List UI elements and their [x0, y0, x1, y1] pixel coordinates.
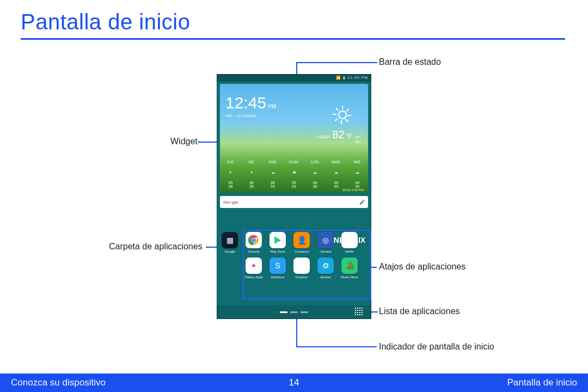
- leader-line: [198, 142, 218, 143]
- google-search-bar[interactable]: Google 🎤: [220, 196, 368, 208]
- callout-widget: Widget: [170, 137, 198, 146]
- app-galaxy-apps[interactable]: ✦Galaxy Apps: [244, 258, 264, 279]
- app-label: Play Store: [268, 250, 287, 253]
- app-sidesync[interactable]: SSideSync: [268, 258, 287, 279]
- clock-time: 12:45: [225, 94, 266, 112]
- leader-line: [297, 62, 377, 63]
- forecast-row: JUE.☀8548 VIE.☀8655 SÁB.☁6655 DOM.🌧5053 …: [220, 158, 368, 191]
- app-label: Google: [220, 250, 240, 253]
- leader-line: [296, 346, 377, 347]
- callout-status-bar: Barra de estado: [379, 57, 441, 67]
- app-label: Chrome: [244, 250, 264, 253]
- settings-icon: ⚙: [317, 258, 334, 274]
- app-contacts[interactable]: 👤Contactos: [292, 232, 311, 253]
- tablet-screenshot: 📶 ▮ 12:45 PM 12:45PM mié., 12 octubre Au…: [217, 74, 371, 319]
- clock-date: mié., 12 octubre: [225, 113, 276, 118]
- app-kids-mode[interactable]: 🐊Modo Niños: [340, 258, 359, 279]
- google-logo: Google: [223, 200, 238, 205]
- app-play-store[interactable]: Play Store: [268, 232, 287, 253]
- app-netflix[interactable]: NETFLIXNetflix: [340, 232, 359, 253]
- contacts-icon: 👤: [293, 232, 310, 248]
- callout-home-indicator: Indicador de pantalla de inicio: [379, 342, 494, 352]
- app-dropbox[interactable]: ⬢Dropbox: [292, 258, 311, 279]
- netflix-icon: NETFLIX: [341, 232, 358, 248]
- status-icons: 📶 ▮ 12:45 PM: [336, 76, 368, 80]
- page-dot[interactable]: [301, 311, 308, 313]
- clock: 12:45PM mié., 12 octubre: [225, 94, 276, 118]
- page-dot[interactable]: [290, 311, 298, 313]
- svg-point-3: [252, 238, 255, 241]
- app-label: Contactos: [292, 250, 311, 253]
- apps-list-button[interactable]: [355, 308, 364, 316]
- mic-icon[interactable]: 🎤: [359, 200, 365, 205]
- leader-line: [296, 317, 297, 347]
- callout-app-folder: Carpeta de aplicaciones: [109, 242, 203, 252]
- camera-icon: ◎: [317, 232, 334, 248]
- app-chrome[interactable]: Chrome: [244, 232, 264, 253]
- folder-icon: ▦: [222, 232, 238, 248]
- chrome-icon: [246, 232, 262, 248]
- app-grid: ▦Google Chrome Play Store 👤Contactos ◎Cá…: [220, 232, 368, 283]
- sidesync-icon: S: [270, 258, 286, 274]
- app-label: Modo Niños: [340, 275, 359, 279]
- temperature: Austin 82°F 85°58°: [316, 128, 362, 144]
- status-bar: 📶 ▮ 12:45 PM: [217, 74, 371, 82]
- app-label: SideSync: [268, 275, 287, 279]
- app-settings[interactable]: ⚙Ajustes: [316, 258, 335, 279]
- app-label: Dropbox: [292, 275, 311, 279]
- weather-clock-widget[interactable]: 12:45PM mié., 12 octubre Austin 82°F 85°…: [220, 84, 368, 193]
- galaxy-apps-icon: ✦: [246, 258, 262, 274]
- nav-bar: [217, 305, 371, 319]
- page-dot[interactable]: [280, 311, 287, 313]
- home-page-indicator[interactable]: [280, 311, 308, 313]
- kids-mode-icon: 🐊: [341, 258, 358, 274]
- app-label: Netflix: [340, 250, 359, 253]
- app-label: Ajustes: [316, 275, 335, 279]
- page-title: Pantalla de inicio: [21, 10, 190, 34]
- page-footer: Conozca su dispositivo 14 Pantalla de in…: [0, 373, 588, 392]
- app-label: Cámara: [316, 250, 335, 253]
- app-folder-google[interactable]: ▦Google: [220, 232, 240, 253]
- footer-page-number: 14: [0, 377, 588, 388]
- dropbox-icon: ⬢: [293, 258, 310, 274]
- callout-app-list: Lista de aplicaciones: [379, 307, 460, 316]
- clock-period: PM: [268, 103, 276, 109]
- app-label: Galaxy Apps: [244, 275, 264, 279]
- callout-app-shortcuts: Atajos de aplicaciones: [379, 262, 465, 272]
- app-row-1: ▦Google Chrome Play Store 👤Contactos ◎Cá…: [220, 232, 368, 253]
- footer-right: Pantalla de inicio: [507, 377, 577, 388]
- widget-updated: 20/10 4:54 PM: [342, 188, 364, 192]
- app-camera[interactable]: ◎Cámara: [316, 232, 335, 253]
- title-rule: [21, 38, 565, 40]
- sun-icon: [333, 106, 352, 124]
- play-store-icon: [270, 232, 286, 248]
- app-row-2: ✦Galaxy Apps SSideSync ⬢Dropbox ⚙Ajustes…: [244, 258, 368, 279]
